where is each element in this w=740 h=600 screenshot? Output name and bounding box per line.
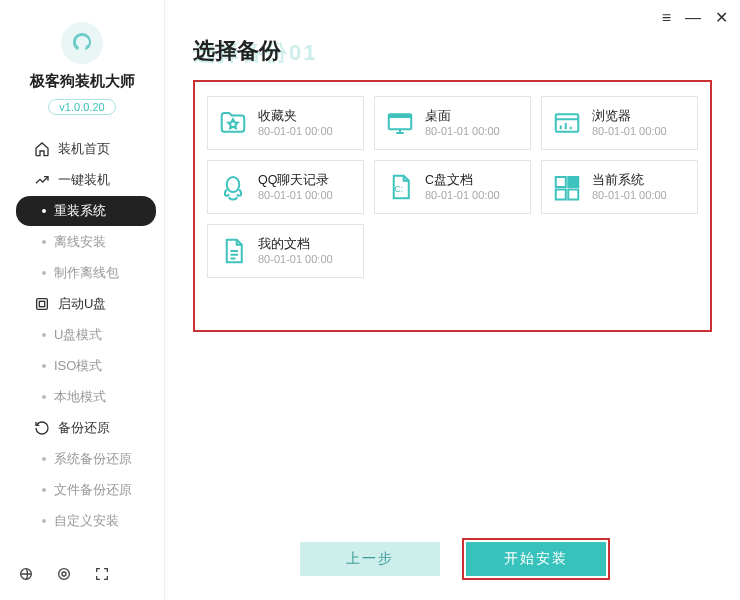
bullet-icon xyxy=(42,364,46,368)
nav-backup-restore[interactable]: 备份还原 xyxy=(16,413,156,443)
nav-home-label: 装机首页 xyxy=(58,140,110,158)
restore-icon xyxy=(34,420,50,436)
card-text: 桌面80-01-01 00:00 xyxy=(425,108,500,139)
nav-iso-mode-label: ISO模式 xyxy=(54,357,102,375)
backup-grid-highlight: 收藏夹80-01-01 00:00桌面80-01-01 00:00浏览器80-0… xyxy=(193,80,712,332)
nav-onekey[interactable]: 一键装机 xyxy=(16,165,156,195)
svg-rect-13 xyxy=(568,190,578,200)
nav-iso-mode[interactable]: ISO模式 xyxy=(16,351,156,381)
backup-card[interactable]: QQ聊天记录80-01-01 00:00 xyxy=(207,160,364,214)
card-text: C盘文档80-01-01 00:00 xyxy=(425,172,500,203)
nav-make-offline-label: 制作离线包 xyxy=(54,264,119,282)
svg-rect-10 xyxy=(556,177,566,187)
fullscreen-icon[interactable] xyxy=(94,566,110,586)
nav-custom-install[interactable]: 自定义安装 xyxy=(16,506,156,536)
ie-icon[interactable] xyxy=(18,566,34,586)
bottom-toolbar xyxy=(0,552,164,600)
svg-point-4 xyxy=(62,572,66,576)
cdoc-icon: C: xyxy=(385,172,415,202)
bullet-icon xyxy=(42,240,46,244)
card-title: 桌面 xyxy=(425,108,500,124)
bullet-icon xyxy=(42,488,46,492)
nav-file-backup-restore-label: 文件备份还原 xyxy=(54,481,132,499)
backup-card[interactable]: 当前系统80-01-01 00:00 xyxy=(541,160,698,214)
card-date: 80-01-01 00:00 xyxy=(592,124,667,138)
nav-home[interactable]: 装机首页 xyxy=(16,134,156,164)
card-title: C盘文档 xyxy=(425,172,500,188)
svg-rect-6 xyxy=(389,114,412,118)
backup-card[interactable]: 桌面80-01-01 00:00 xyxy=(374,96,531,150)
svg-point-3 xyxy=(59,569,70,580)
card-text: QQ聊天记录80-01-01 00:00 xyxy=(258,172,333,203)
nav-boot-usb[interactable]: 启动U盘 xyxy=(16,289,156,319)
nav-sys-backup-restore-label: 系统备份还原 xyxy=(54,450,132,468)
backup-card[interactable]: 我的文档80-01-01 00:00 xyxy=(207,224,364,278)
nav-backup-restore-label: 备份还原 xyxy=(58,419,110,437)
backup-card[interactable]: 收藏夹80-01-01 00:00 xyxy=(207,96,364,150)
star-folder-icon xyxy=(218,108,248,138)
nav-make-offline[interactable]: 制作离线包 xyxy=(16,258,156,288)
nav-file-backup-restore[interactable]: 文件备份还原 xyxy=(16,475,156,505)
svg-rect-0 xyxy=(37,299,48,310)
card-date: 80-01-01 00:00 xyxy=(592,188,667,202)
svg-rect-12 xyxy=(556,190,566,200)
app-name: 极客狗装机大师 xyxy=(0,72,164,91)
card-text: 我的文档80-01-01 00:00 xyxy=(258,236,333,267)
svg-rect-1 xyxy=(39,301,44,306)
card-text: 收藏夹80-01-01 00:00 xyxy=(258,108,333,139)
svg-point-8 xyxy=(227,177,240,192)
bullet-icon xyxy=(42,395,46,399)
doc-icon xyxy=(218,236,248,266)
main: 选择备份01 选择备份 收藏夹80-01-01 00:00桌面80-01-01 … xyxy=(165,0,740,600)
card-text: 浏览器80-01-01 00:00 xyxy=(592,108,667,139)
card-title: 当前系统 xyxy=(592,172,667,188)
card-date: 80-01-01 00:00 xyxy=(425,188,500,202)
svg-rect-7 xyxy=(556,114,579,132)
svg-text:C:: C: xyxy=(394,184,403,194)
card-date: 80-01-01 00:00 xyxy=(425,124,500,138)
backup-card[interactable]: 浏览器80-01-01 00:00 xyxy=(541,96,698,150)
backup-card[interactable]: C:C盘文档80-01-01 00:00 xyxy=(374,160,531,214)
bullet-icon xyxy=(42,457,46,461)
app-logo-icon xyxy=(61,22,103,64)
nav-usb-mode[interactable]: U盘模式 xyxy=(16,320,156,350)
card-text: 当前系统80-01-01 00:00 xyxy=(592,172,667,203)
nav-local-mode[interactable]: 本地模式 xyxy=(16,382,156,412)
nav-reinstall-label: 重装系统 xyxy=(54,202,106,220)
card-date: 80-01-01 00:00 xyxy=(258,252,333,266)
nav: 装机首页 一键装机 重装系统 离线安装 制作离线包 启动U盘 U盘模式 ISO xyxy=(0,133,164,537)
card-date: 80-01-01 00:00 xyxy=(258,124,333,138)
usb-icon xyxy=(34,296,50,312)
home-icon xyxy=(34,141,50,157)
card-title: 收藏夹 xyxy=(258,108,333,124)
bullet-icon xyxy=(42,333,46,337)
nav-sys-backup-restore[interactable]: 系统备份还原 xyxy=(16,444,156,474)
app-version: v1.0.0.20 xyxy=(48,99,115,115)
chart-icon xyxy=(34,172,50,188)
nav-custom-install-label: 自定义安装 xyxy=(54,512,119,530)
support-icon[interactable] xyxy=(56,566,72,586)
qq-icon xyxy=(218,172,248,202)
svg-rect-11 xyxy=(568,177,578,187)
bullet-icon xyxy=(42,519,46,523)
nav-offline-install[interactable]: 离线安装 xyxy=(16,227,156,257)
start-install-button[interactable]: 开始安装 xyxy=(466,542,606,576)
nav-usb-mode-label: U盘模式 xyxy=(54,326,102,344)
card-title: 浏览器 xyxy=(592,108,667,124)
nav-reinstall[interactable]: 重装系统 xyxy=(16,196,156,226)
bullet-icon xyxy=(42,209,46,213)
desktop-icon xyxy=(385,108,415,138)
bullet-icon xyxy=(42,271,46,275)
prev-button[interactable]: 上一步 xyxy=(300,542,440,576)
footer-buttons: 上一步 开始安装 xyxy=(165,542,740,576)
page-title: 选择备份 xyxy=(193,36,712,66)
nav-onekey-label: 一键装机 xyxy=(58,171,110,189)
card-date: 80-01-01 00:00 xyxy=(258,188,333,202)
logo-block: 极客狗装机大师 v1.0.0.20 xyxy=(0,22,164,133)
card-title: 我的文档 xyxy=(258,236,333,252)
backup-grid: 收藏夹80-01-01 00:00桌面80-01-01 00:00浏览器80-0… xyxy=(207,96,698,278)
card-title: QQ聊天记录 xyxy=(258,172,333,188)
sidebar: 极客狗装机大师 v1.0.0.20 装机首页 一键装机 重装系统 离线安装 制作… xyxy=(0,0,165,600)
browser-icon xyxy=(552,108,582,138)
system-icon xyxy=(552,172,582,202)
